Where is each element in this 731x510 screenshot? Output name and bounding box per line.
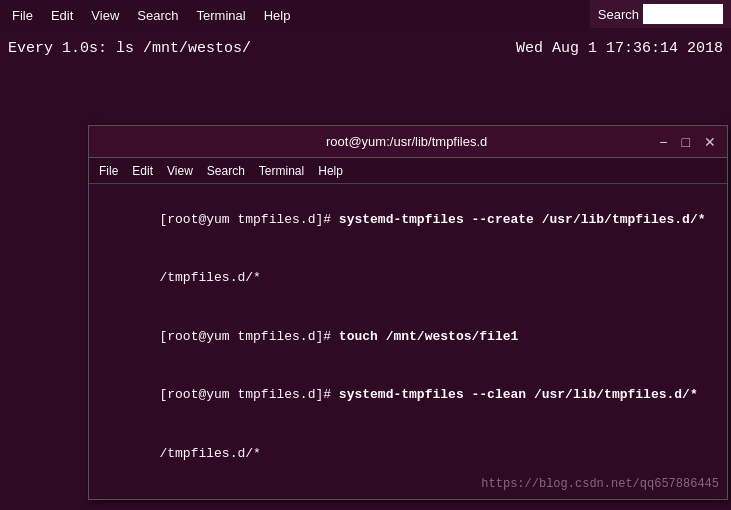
prompt-2: [root@yum tmpfiles.d]# — [159, 329, 338, 344]
minimize-button[interactable]: − — [656, 134, 670, 150]
close-button[interactable]: ✕ — [701, 134, 719, 150]
inner-menu-view[interactable]: View — [161, 162, 199, 180]
maximize-button[interactable]: □ — [679, 134, 693, 150]
inner-title: root@yum:/usr/lib/tmpfiles.d — [157, 134, 656, 149]
inner-menu-help[interactable]: Help — [312, 162, 349, 180]
inner-menubar: File Edit View Search Terminal Help — [89, 158, 727, 184]
inner-window: root@yum:/usr/lib/tmpfiles.d − □ ✕ File … — [88, 125, 728, 500]
outer-menu-view[interactable]: View — [83, 6, 127, 25]
search-label: Search — [598, 7, 639, 22]
inner-terminal-content[interactable]: [root@yum tmpfiles.d]# systemd-tmpfiles … — [89, 184, 727, 499]
search-input[interactable] — [643, 4, 723, 24]
outer-menu-help[interactable]: Help — [256, 6, 299, 25]
term-line-3: [root@yum tmpfiles.d]# systemd-tmpfiles … — [97, 366, 719, 425]
wrap-text-1: /tmpfiles.d/* — [159, 270, 260, 285]
cmd-3: systemd-tmpfiles --clean /usr/lib/tmpfil… — [339, 387, 698, 402]
inner-menu-file[interactable]: File — [93, 162, 124, 180]
window-controls: − □ ✕ — [656, 134, 719, 150]
outer-terminal: File Edit View Search Terminal Help Sear… — [0, 0, 731, 510]
inner-menu-terminal[interactable]: Terminal — [253, 162, 310, 180]
watch-command: Every 1.0s: ls /mnt/westos/ — [8, 40, 251, 57]
prompt-1: [root@yum tmpfiles.d]# — [159, 212, 338, 227]
outer-menu-terminal[interactable]: Terminal — [189, 6, 254, 25]
inner-titlebar: root@yum:/usr/lib/tmpfiles.d − □ ✕ — [89, 126, 727, 158]
term-wrap-1: /tmpfiles.d/* — [97, 249, 719, 308]
wrap-text-2: /tmpfiles.d/* — [159, 446, 260, 461]
search-bar-area: Search — [590, 0, 731, 28]
outer-content: Every 1.0s: ls /mnt/westos/ Wed Aug 1 17… — [0, 30, 731, 67]
prompt-3: [root@yum tmpfiles.d]# — [159, 387, 338, 402]
cmd-2: touch /mnt/westos/file1 — [339, 329, 518, 344]
inner-menu-edit[interactable]: Edit — [126, 162, 159, 180]
term-line-1: [root@yum tmpfiles.d]# systemd-tmpfiles … — [97, 190, 719, 249]
watch-line: Every 1.0s: ls /mnt/westos/ Wed Aug 1 17… — [8, 36, 723, 61]
term-wrap-2: /tmpfiles.d/* — [97, 424, 719, 483]
inner-menu-search[interactable]: Search — [201, 162, 251, 180]
outer-menu-file[interactable]: File — [4, 6, 41, 25]
outer-menu-edit[interactable]: Edit — [43, 6, 81, 25]
cmd-1: systemd-tmpfiles --create /usr/lib/tmpfi… — [339, 212, 706, 227]
outer-menu-search[interactable]: Search — [129, 6, 186, 25]
term-line-2: [root@yum tmpfiles.d]# touch /mnt/westos… — [97, 307, 719, 366]
watermark: https://blog.csdn.net/qq657886445 — [481, 477, 719, 491]
watch-timestamp: Wed Aug 1 17:36:14 2018 — [516, 40, 723, 57]
